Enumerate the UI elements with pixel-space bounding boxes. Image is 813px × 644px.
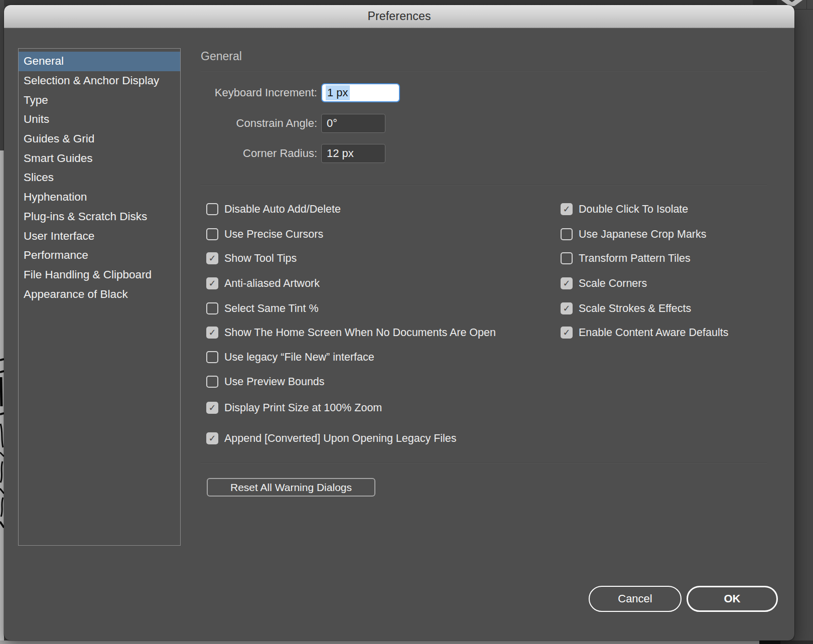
divider — [201, 185, 767, 186]
option-row: ✓ Scale Strokes & Effects — [561, 302, 691, 314]
option-row: Use Japanese Crop Marks — [561, 228, 707, 240]
sidebar-item-performance[interactable]: Performance — [19, 246, 180, 265]
sidebar-item-label: Selection & Anchor Display — [24, 74, 159, 87]
sidebar-item-appearance-of-black[interactable]: Appearance of Black — [19, 284, 180, 304]
option-row: Use Precise Cursors — [206, 228, 323, 240]
canvas-artwork — [0, 321, 4, 542]
divider — [201, 462, 767, 463]
checkbox-label: Enable Content Aware Defaults — [579, 327, 728, 339]
option-row: Use legacy “File New” interface — [206, 351, 374, 363]
option-row: Transform Pattern Tiles — [561, 252, 691, 264]
checkbox[interactable]: ✓ — [206, 252, 218, 264]
panel-seam — [794, 9, 813, 10]
checkbox-label: Select Same Tint % — [224, 302, 319, 315]
sidebar-item-hyphenation[interactable]: Hyphenation — [19, 188, 180, 207]
corner-radius-label: Corner Radius: — [243, 144, 317, 163]
ok-button[interactable]: OK — [687, 586, 778, 612]
option-row: ✓ Enable Content Aware Defaults — [561, 327, 728, 339]
checkbox[interactable]: ✓ — [561, 277, 573, 289]
cancel-button[interactable]: Cancel — [589, 586, 682, 612]
sidebar-item-label: Plug-ins & Scratch Disks — [24, 210, 147, 223]
sidebar-item-label: General — [24, 55, 64, 68]
option-row: ✓ Display Print Size at 100% Zoom — [206, 402, 382, 414]
sidebar-item-slices[interactable]: Slices — [19, 168, 180, 188]
checkbox-label: Use Preview Bounds — [224, 376, 325, 388]
checkbox[interactable]: ✓ — [206, 432, 218, 444]
sidebar-item-smart-guides[interactable]: Smart Guides — [19, 148, 180, 168]
checkbox[interactable]: ✓ — [561, 203, 573, 215]
sidebar-item-label: File Handling & Clipboard — [24, 268, 152, 281]
preferences-category-list: General Selection & Anchor Display Type … — [18, 48, 181, 546]
sidebar-item-plugins-scratch-disks[interactable]: Plug-ins & Scratch Disks — [19, 207, 180, 227]
keyboard-increment-input[interactable]: 1 px — [321, 83, 400, 102]
checkbox-label: Show Tool Tips — [224, 252, 297, 265]
checkbox-label: Scale Strokes & Effects — [579, 302, 691, 315]
checkbox[interactable] — [206, 302, 218, 314]
option-row: ✓ Show Tool Tips — [206, 252, 297, 264]
sidebar-item-label: Type — [24, 94, 48, 107]
checkbox-label: Anti-aliased Artwork — [224, 277, 320, 290]
option-row: ✓ Scale Corners — [561, 277, 647, 289]
checkbox[interactable]: ✓ — [206, 402, 218, 414]
checkbox[interactable]: ✓ — [561, 302, 573, 314]
option-row: ✓ Append [Converted] Upon Opening Legacy… — [206, 432, 457, 444]
sidebar-item-label: User Interface — [24, 230, 94, 243]
option-row: Use Preview Bounds — [206, 376, 325, 388]
checkbox[interactable]: ✓ — [206, 277, 218, 289]
panel-seam — [806, 0, 807, 9]
sidebar-item-file-handling-clipboard[interactable]: File Handling & Clipboard — [19, 265, 180, 285]
constrain-angle-input[interactable]: 0° — [321, 114, 385, 133]
background-app-bottom-strip — [0, 640, 813, 644]
sidebar-item-guides-grid[interactable]: Guides & Grid — [19, 129, 180, 149]
checkbox-label: Use Precise Cursors — [224, 228, 323, 241]
background-canvas-strip — [0, 0, 4, 644]
checkbox[interactable]: ✓ — [206, 327, 218, 339]
constrain-angle-label: Constrain Angle: — [236, 114, 317, 133]
sidebar-item-general[interactable]: General — [19, 52, 180, 71]
input-text: 12 px — [327, 147, 354, 160]
option-row: ✓ Anti-aliased Artwork — [206, 277, 320, 289]
sidebar-item-label: Guides & Grid — [24, 132, 94, 145]
background-panel-segment — [780, 640, 813, 644]
checkbox-label: Scale Corners — [579, 277, 647, 290]
dialog-title: Preferences — [367, 10, 431, 23]
option-row: ✓ Double Click To Isolate — [561, 203, 688, 215]
sidebar-item-user-interface[interactable]: User Interface — [19, 226, 180, 246]
sidebar-item-units[interactable]: Units — [19, 110, 180, 129]
background-panel-segment — [759, 640, 780, 644]
divider — [201, 70, 767, 71]
sidebar-item-label: Appearance of Black — [24, 288, 128, 301]
checkbox[interactable]: ✓ — [561, 327, 573, 339]
checkbox[interactable] — [561, 252, 573, 264]
checkbox[interactable] — [206, 376, 218, 388]
selected-input-text: 1 px — [326, 85, 350, 100]
screen: Preferences General Selection & Anchor D… — [0, 0, 813, 644]
sidebar-item-label: Units — [24, 113, 49, 126]
sidebar-item-label: Performance — [24, 249, 88, 262]
sidebar-item-type[interactable]: Type — [19, 90, 180, 110]
sidebar-item-selection-anchor-display[interactable]: Selection & Anchor Display — [19, 71, 180, 91]
background-app-right-strip — [794, 0, 813, 644]
section-title: General — [201, 50, 242, 63]
checkbox-label: Display Print Size at 100% Zoom — [224, 402, 382, 414]
sidebar-item-label: Hyphenation — [24, 191, 87, 204]
option-row: Disable Auto Add/Delete — [206, 203, 341, 215]
keyboard-increment-label: Keyboard Increment: — [215, 83, 317, 102]
checkbox[interactable] — [206, 351, 218, 363]
input-text: 0° — [327, 117, 337, 130]
checkbox-label: Transform Pattern Tiles — [579, 252, 691, 265]
sidebar-item-label: Smart Guides — [24, 152, 93, 165]
corner-radius-input[interactable]: 12 px — [321, 144, 385, 163]
dialog-titlebar[interactable]: Preferences — [4, 5, 794, 28]
reset-warning-dialogs-button[interactable]: Reset All Warning Dialogs — [207, 478, 375, 497]
checkbox-label: Use Japanese Crop Marks — [579, 228, 707, 241]
checkbox-label: Append [Converted] Upon Opening Legacy F… — [224, 432, 457, 445]
checkbox-label: Disable Auto Add/Delete — [224, 203, 341, 216]
checkbox[interactable] — [206, 203, 218, 215]
option-row: ✓ Show The Home Screen When No Documents… — [206, 327, 496, 339]
preferences-dialog: Preferences General Selection & Anchor D… — [4, 5, 794, 640]
checkbox-label: Double Click To Isolate — [579, 203, 688, 216]
checkbox[interactable] — [206, 228, 218, 240]
checkbox[interactable] — [561, 228, 573, 240]
sidebar-item-label: Slices — [24, 171, 54, 184]
